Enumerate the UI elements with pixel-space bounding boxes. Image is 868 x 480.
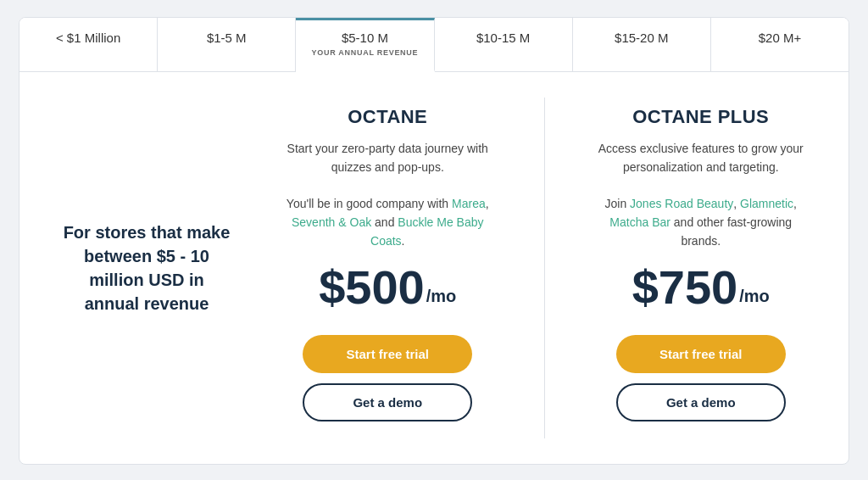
plan-octane-desc-line2: You'll be in good company with Marea, Se… bbox=[287, 197, 489, 247]
plans-wrapper: OCTANE Start your zero-party data journe… bbox=[257, 98, 832, 438]
tab-label: < $1 Million bbox=[56, 31, 120, 45]
revenue-tabs: < $1 Million $1-5 M $5-10 M YOUR ANNUAL … bbox=[19, 18, 849, 72]
plans-divider bbox=[544, 98, 545, 438]
tab-label: $5-10 M bbox=[342, 31, 388, 45]
pricing-content: For stores that make between $5 - 10 mil… bbox=[19, 72, 849, 464]
tab-label: $1-5 M bbox=[207, 31, 247, 45]
plan-octane-plus-price: $750/mo bbox=[632, 264, 770, 311]
tab-label: $10-15 M bbox=[476, 31, 530, 45]
plan-octane-price-value: $500 bbox=[319, 264, 425, 311]
tab-sublabel: YOUR ANNUAL REVENUE bbox=[304, 48, 425, 59]
revenue-description-text: For stores that make between $5 - 10 mil… bbox=[62, 220, 231, 315]
octane-plus-start-trial-button[interactable]: Start free trial bbox=[616, 335, 786, 373]
plan-octane-per-mo: /mo bbox=[426, 287, 457, 304]
plan-octane-plus-per-mo: /mo bbox=[739, 287, 770, 304]
plan-octane-plus: OCTANE PLUS Access exclusive features to… bbox=[570, 98, 832, 438]
octane-get-demo-button[interactable]: Get a demo bbox=[303, 383, 472, 421]
pricing-container: < $1 Million $1-5 M $5-10 M YOUR ANNUAL … bbox=[19, 17, 849, 465]
left-description: For stores that make between $5 - 10 mil… bbox=[36, 98, 257, 438]
plan-octane-price-wrapper: $500/mo bbox=[319, 264, 456, 315]
plan-octane-plus-price-value: $750 bbox=[632, 264, 738, 311]
tab-label: $20 M+ bbox=[759, 31, 801, 45]
plan-octane-plus-price-wrapper: $750/mo bbox=[632, 264, 770, 315]
tab-15to20m[interactable]: $15-20 M bbox=[573, 18, 711, 71]
plan-octane-plus-title: OCTANE PLUS bbox=[632, 106, 769, 128]
octane-start-trial-button[interactable]: Start free trial bbox=[303, 335, 472, 373]
plan-octane: OCTANE Start your zero-party data journe… bbox=[257, 98, 519, 438]
tab-label: $15-20 M bbox=[615, 31, 668, 45]
plan-octane-title: OCTANE bbox=[348, 106, 427, 128]
tab-lt1m[interactable]: < $1 Million bbox=[19, 18, 158, 71]
plan-octane-desc: Start your zero-party data journey with … bbox=[282, 140, 493, 250]
octane-plus-get-demo-button[interactable]: Get a demo bbox=[616, 383, 786, 421]
tab-10to15m[interactable]: $10-15 M bbox=[435, 18, 573, 71]
tab-5to10m[interactable]: $5-10 M YOUR ANNUAL REVENUE bbox=[296, 18, 434, 72]
tab-1to5m[interactable]: $1-5 M bbox=[158, 18, 296, 71]
plan-octane-price: $500/mo bbox=[319, 264, 456, 311]
plan-octane-plus-desc: Access exclusive features to grow your p… bbox=[596, 140, 807, 250]
plan-octane-plus-desc-line1: Access exclusive features to grow your p… bbox=[598, 142, 804, 174]
plan-octane-plus-desc-line2: Join Jones Road Beauty, Glamnetic, Match… bbox=[605, 197, 797, 247]
tab-20mplus[interactable]: $20 M+ bbox=[711, 18, 849, 71]
plan-octane-desc-line1: Start your zero-party data journey with … bbox=[287, 142, 488, 174]
